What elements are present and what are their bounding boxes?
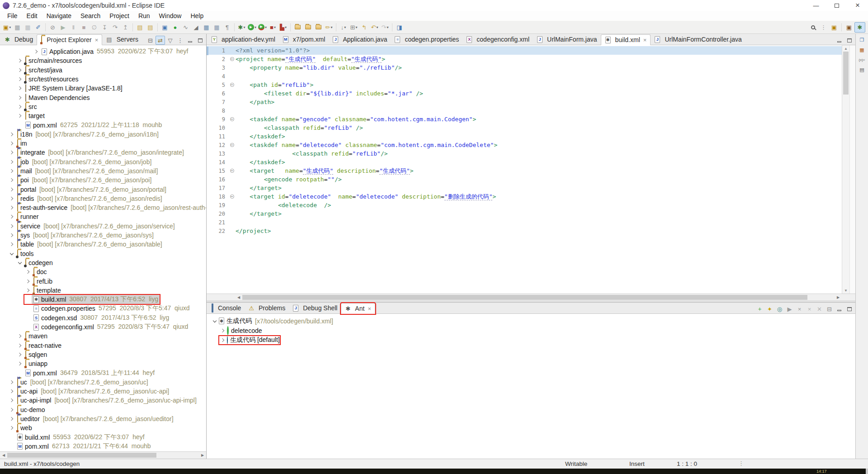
scroll-left-icon[interactable]: ◀ xyxy=(0,452,7,459)
filter-internal-targets-button[interactable]: ◎ xyxy=(775,304,784,313)
show-desktop-button[interactable] xyxy=(866,469,868,474)
expand-chevron-icon[interactable] xyxy=(16,105,24,108)
collapse-all-button[interactable]: ⊟ xyxy=(825,304,834,313)
open-resource-button[interactable]: ▣ xyxy=(160,22,170,33)
editor-tab-build-xml[interactable]: ✱build.xml× xyxy=(601,34,651,45)
menu-item-search[interactable]: Search xyxy=(76,11,105,20)
tree-item-codegen-xsd[interactable]: Scodegen.xsd30807 2017/4/13 下午6:52 liyg xyxy=(0,313,206,322)
expand-chevron-icon[interactable] xyxy=(8,234,15,237)
tree-item-build-xml[interactable]: ✱build.xml55953 2020/6/22 下午3:07 heyf xyxy=(0,432,206,441)
menu-item-edit[interactable]: Edit xyxy=(22,11,42,20)
live-beans-button[interactable]: ∿ xyxy=(180,22,191,33)
expand-chevron-icon[interactable] xyxy=(24,270,32,273)
panel-tab-debug-shell[interactable]: JDebug Shell xyxy=(289,303,341,313)
scroll-down-icon[interactable]: ▼ xyxy=(844,287,848,294)
minimize-button[interactable] xyxy=(835,304,844,313)
ant-target-生成代码[interactable]: ✱生成代码[x7/tools/codegen/build.xml] xyxy=(211,316,855,326)
tree-item-codegenconfig-xml[interactable]: Xcodegenconfig.xml57295 2020/8/3 下午5:47 … xyxy=(0,322,206,332)
window-close-button[interactable]: × xyxy=(847,0,868,11)
tree-item-uc[interactable]: uc[boot] [x7/branches/7.2.6_demo_jason/u… xyxy=(0,378,206,387)
scroll-up-icon[interactable]: ▲ xyxy=(844,45,848,52)
status-insert-mode[interactable]: Insert xyxy=(629,460,645,467)
step-return-button[interactable]: ↥ xyxy=(120,22,131,33)
expand-chevron-icon[interactable] xyxy=(8,151,15,154)
tree-item-src[interactable]: src xyxy=(0,102,206,111)
tree-item-build-xml[interactable]: ✱build.xml30807 2017/4/13 下午6:52 liyg xyxy=(0,295,206,304)
tree-item-doc[interactable]: doc xyxy=(0,267,206,276)
expand-chevron-icon[interactable] xyxy=(8,197,15,200)
search-button[interactable] xyxy=(808,22,818,33)
open-perspective-button[interactable]: ▣ xyxy=(829,22,840,33)
tree-item-pom-xml[interactable]: Mpom.xml62725 2021/1/22 上午11:18 mouhb xyxy=(0,120,206,129)
show-console-stderr-button[interactable]: ▤ xyxy=(145,22,156,33)
editor-tab-urlmainformcontroller-java[interactable]: JUrlMainFormController.java xyxy=(651,34,745,45)
menu-item-window[interactable]: Window xyxy=(155,11,186,20)
panel-tab-console[interactable]: Console xyxy=(208,303,245,313)
expand-chevron-icon[interactable] xyxy=(8,427,15,429)
expand-chevron-icon[interactable] xyxy=(8,161,15,163)
expand-chevron-icon[interactable] xyxy=(16,344,24,347)
tree-item-react-native[interactable]: react-native xyxy=(0,341,206,350)
filter-button[interactable]: ▽ xyxy=(165,36,175,45)
save-button[interactable]: ▦ xyxy=(12,22,23,33)
close-icon[interactable]: × xyxy=(643,37,647,43)
tree-item-uc-demo[interactable]: uc-demo xyxy=(0,405,206,414)
step-into-button[interactable]: ↧ xyxy=(99,22,110,33)
disconnect-button[interactable]: ∅ xyxy=(89,22,99,33)
minimize-button[interactable] xyxy=(835,36,844,45)
remove-button[interactable]: × xyxy=(805,304,814,313)
menu-item-project[interactable]: Project xyxy=(105,11,134,20)
expand-chevron-icon[interactable] xyxy=(16,362,24,365)
suspend-button[interactable]: ‖ xyxy=(68,22,79,33)
editor-tab-application-java[interactable]: JApplication.java xyxy=(329,34,391,45)
open-resource-dialog-button[interactable] xyxy=(303,22,313,33)
terminate-button[interactable]: ■ xyxy=(79,22,89,33)
expand-chevron-icon[interactable] xyxy=(8,215,15,218)
tree-item-template[interactable]: template xyxy=(0,286,206,295)
maximize-button[interactable] xyxy=(195,36,205,45)
expand-chevron-icon[interactable] xyxy=(16,335,24,337)
boot-dashboard-button[interactable]: ● xyxy=(170,22,180,33)
tree-item-ueditor[interactable]: ueditor[boot] [x7/branches/7.2.6_demo_ja… xyxy=(0,414,206,423)
table-view-2-button[interactable]: ▦ xyxy=(212,22,222,33)
tree-item-codegen-properties[interactable]: ≡codegen.properties57295 2020/8/3 下午5:47… xyxy=(0,304,206,313)
expand-chevron-icon[interactable] xyxy=(211,320,218,322)
expand-chevron-icon[interactable] xyxy=(219,329,226,332)
expand-chevron-icon[interactable] xyxy=(16,59,24,62)
tree-item-maven[interactable]: maven xyxy=(0,332,206,341)
palette-icon[interactable]: ▦ xyxy=(858,46,867,54)
collapse-all-button[interactable]: ⊟ xyxy=(146,36,155,45)
tree-item-uc-api[interactable]: uc-api[boot] [x7/branches/7.2.6_demo_jas… xyxy=(0,387,206,396)
save-all-button[interactable]: ▦ xyxy=(23,22,33,33)
expand-chevron-icon[interactable] xyxy=(8,170,15,172)
window-minimize-button[interactable]: — xyxy=(806,0,826,11)
open-type-button[interactable] xyxy=(292,22,303,33)
stop-button[interactable]: × xyxy=(795,304,804,313)
expand-chevron-icon[interactable] xyxy=(16,262,24,264)
expand-chevron-icon[interactable] xyxy=(16,353,24,356)
tree-item-pom-xml[interactable]: Mpom.xml62713 2021/1/21 下午6:44 mouhb xyxy=(0,442,206,451)
fold-marker-icon[interactable]: − xyxy=(228,117,236,121)
tree-item-pom-xml[interactable]: Mpom.xml36479 2018/5/31 上午11:44 heyf xyxy=(0,368,206,377)
ant-target-deletecode[interactable]: deletecode xyxy=(211,326,855,335)
scrollbar-thumb[interactable] xyxy=(7,453,156,458)
tree-item-im[interactable]: im xyxy=(0,139,206,148)
expand-chevron-icon[interactable] xyxy=(8,243,15,246)
code-area[interactable]: 1<?xml version="1.0"?>2−<project name="生… xyxy=(207,45,842,294)
step-over-button[interactable]: ↷ xyxy=(110,22,120,33)
editor-tab-x7-pom-xml[interactable]: Mx7/pom.xml xyxy=(279,34,329,45)
open-task-button[interactable] xyxy=(313,22,324,33)
tree-item-uniapp[interactable]: uniapp xyxy=(0,359,206,368)
debug-perspective-button[interactable]: ✱ xyxy=(854,22,865,33)
expand-chevron-icon[interactable] xyxy=(8,133,15,136)
editor-tab-codegenconfig-xml[interactable]: Xcodegenconfig.xml xyxy=(462,34,533,45)
back-button[interactable]: ↶▾ xyxy=(369,22,380,33)
scrollbar-thumb[interactable] xyxy=(242,295,807,300)
editor-vertical-scrollbar[interactable]: ▲ ▼ xyxy=(842,45,849,294)
panel-tab-problems[interactable]: ⚠Problems xyxy=(245,303,289,313)
next-annotation-button[interactable]: ↓▾ xyxy=(338,22,349,33)
skip-all-breakpoints-button[interactable]: ⊘ xyxy=(47,22,58,33)
previous-annotation-button[interactable]: ⊞▾ xyxy=(349,22,359,33)
tree-item-runner[interactable]: runner xyxy=(0,212,206,221)
tree-item-application-java[interactable]: JApplication.java55953 2020/6/22 下午3:07 … xyxy=(0,47,206,56)
